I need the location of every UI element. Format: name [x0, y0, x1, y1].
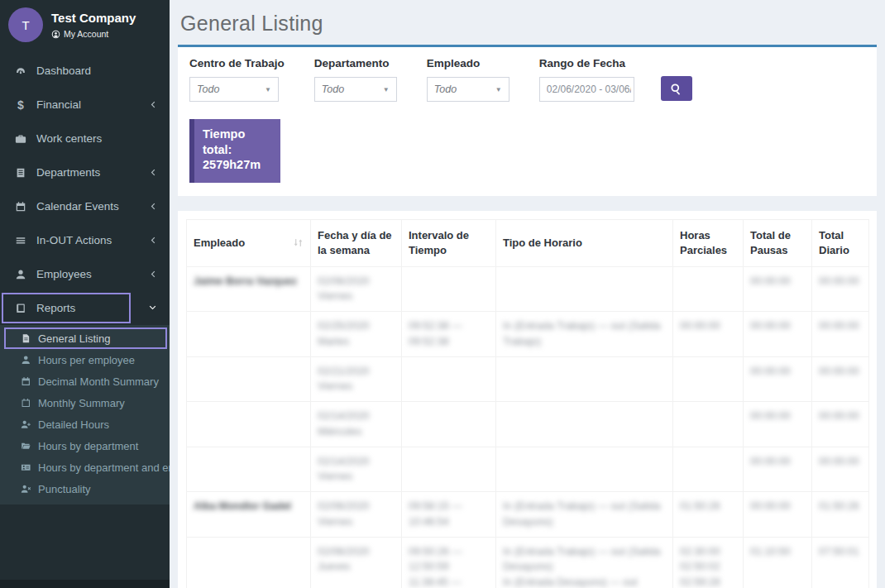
sidebar-item-label: Departments	[36, 166, 100, 179]
date-value: 02/06/2020	[318, 499, 395, 514]
partial-hours-value: 00:00:00	[680, 318, 736, 334]
employee-select[interactable]: Todo ▼	[427, 77, 509, 102]
total-daily-value: 00:00:00	[819, 318, 862, 334]
column-label: Empleado	[194, 236, 245, 251]
sidebar-item-departments[interactable]: Departments	[0, 155, 170, 189]
sidebar-subitem-label: Hours by department and employee	[38, 461, 170, 474]
sort-icon	[293, 237, 304, 248]
sidebar-item-employees[interactable]: Employees	[0, 257, 170, 291]
total-daily-cell: 00:00:00	[812, 266, 869, 312]
my-account-link[interactable]: My Account	[51, 29, 136, 39]
date-cell: 02/06/2020Viernes	[311, 266, 402, 312]
column-label: Total de Pausas	[750, 228, 805, 257]
company-name: Test Company	[51, 11, 136, 25]
sidebar-item-label: Employees	[36, 268, 92, 280]
total-daily-value: 00:00:00	[819, 364, 862, 380]
search-button[interactable]	[661, 76, 692, 101]
sidebar-item-decimal-month-summary[interactable]: Decimal Month Summary	[0, 370, 170, 392]
schedule-type-cell: In (Entrada Trabajo) — out (Salida Desay…	[496, 537, 673, 588]
sidebar-item-financial[interactable]: $Financial	[0, 88, 170, 122]
department-select[interactable]: Todo ▼	[314, 77, 397, 102]
angle-left-icon	[148, 100, 157, 109]
employee-name: Jaime Borra Vazquez	[194, 274, 304, 289]
angle-left-icon	[148, 202, 157, 211]
column-label: Intervalo de Tiempo	[409, 228, 489, 257]
briefcase-icon	[12, 133, 29, 145]
sidebar-subitem-label: Hours by department	[38, 440, 138, 452]
date-range-input[interactable]	[539, 77, 634, 102]
work-center-label: Centro de Trabajo	[189, 57, 285, 69]
column-label: Fecha y día de la semana	[318, 228, 395, 257]
work-center-select[interactable]: Todo ▼	[189, 77, 279, 102]
user-icon	[12, 269, 29, 280]
partial-hours-value: 02:50:02	[680, 559, 736, 575]
interval-value: 09:58:15 — 10:46:54	[409, 499, 489, 530]
reports-submenu: General ListingHours per employeeDecimal…	[0, 325, 170, 504]
employee-cell	[187, 447, 311, 492]
interval-value: 11:38:45 — 14:00:17	[409, 575, 489, 588]
employee-filter: Empleado Todo ▼	[427, 57, 509, 102]
sidebar-item-hours-by-department[interactable]: Hours by department	[0, 435, 170, 457]
total-daily-value: 07:50:01	[819, 544, 862, 560]
date-cell: 02/14/2020Viernes	[311, 447, 402, 492]
column-header-tipo-de-horario: Tipo de Horario	[496, 219, 673, 266]
sidebar-item-detailed-hours[interactable]: Detailed Hours	[0, 414, 170, 435]
interval-cell	[402, 266, 496, 312]
sidebar-item-label: Work centers	[36, 132, 102, 145]
department-filter: Departamento Todo ▼	[314, 57, 397, 102]
employee-value: Todo	[434, 84, 457, 95]
date-cell: 02/14/2020Miércoles	[311, 402, 402, 447]
sidebar-item-calendar-events[interactable]: Calendar Events	[0, 189, 170, 223]
sidebar-item-label: Calendar Events	[36, 200, 119, 213]
total-daily-cell: 00:00:00	[812, 402, 869, 447]
column-label: Tipo de Horario	[503, 236, 582, 251]
table-panel: EmpleadoFecha y día de la semanaInterval…	[178, 211, 877, 588]
department-label: Departamento	[314, 57, 397, 69]
total-daily-cell: 00:00:00	[812, 312, 869, 357]
total-daily-cell: 07:50:01	[812, 537, 869, 588]
total-pauses-value: 01:10:50	[750, 544, 805, 560]
employee-label: Empleado	[427, 57, 509, 69]
sidebar-item-work-centers[interactable]: Work centers	[0, 122, 170, 155]
date-range-label: Rango de Fecha	[539, 57, 634, 69]
sidebar-item-hours-per-employee[interactable]: Hours per employee	[0, 349, 170, 370]
sidebar-item-dashboard[interactable]: Dashboard	[0, 54, 170, 88]
column-header-total-diario: Total Diario	[812, 219, 869, 266]
sidebar-item-hours-by-department-and-employee[interactable]: Hours by department and employee	[0, 457, 170, 478]
table-row: Alba Mondlor Gadel02/06/2020Viernes09:58…	[187, 492, 869, 538]
table-row: 02/14/2020Miércoles00:00:0000:00:00	[187, 402, 869, 447]
sidebar-item-reports[interactable]: Reports	[0, 291, 170, 325]
sidebar-item-label: Reports	[36, 302, 75, 314]
listing-table: EmpleadoFecha y día de la semanaInterval…	[186, 219, 869, 588]
partial-hours-cell	[673, 402, 744, 447]
angle-left-icon	[148, 270, 157, 279]
my-account-label: My Account	[64, 29, 108, 39]
sidebar-item-general-listing[interactable]: General Listing	[0, 327, 170, 349]
interval-value: 09:50:26 — 12:50:59	[409, 544, 489, 576]
employee-name: Alba Mondlor Gadel	[194, 499, 304, 514]
employee-cell	[187, 402, 311, 447]
column-header-empleado[interactable]: Empleado	[187, 219, 311, 266]
total-daily-cell: 01:50:26	[812, 492, 869, 538]
table-header-row: EmpleadoFecha y día de la semanaInterval…	[187, 219, 869, 266]
weekday-value: Viernes	[318, 469, 395, 485]
sidebar-item-punctuality[interactable]: Punctuality	[0, 478, 170, 500]
total-pauses-cell: 00:00:00	[744, 312, 812, 357]
user-circle-icon	[51, 30, 60, 39]
sidebar-item-in-out-actions[interactable]: In-OUT Actions	[0, 223, 170, 257]
sidebar-item-monthly-summary[interactable]: Monthly Summary	[0, 392, 170, 414]
sidebar-subitem-label: Monthly Summary	[38, 397, 125, 409]
total-daily-value: 00:00:00	[819, 409, 862, 424]
partial-hours-cell	[673, 447, 744, 492]
user-x-icon	[19, 484, 33, 495]
column-label: Total Diario	[819, 228, 862, 257]
interval-cell: 09:58:15 — 10:46:54	[402, 492, 496, 538]
employee-cell: Alba Mondlor Gadel	[187, 492, 311, 538]
schedule-type-value: In (Entrada Trabajo) — out (Salida Desay…	[503, 499, 666, 530]
avatar[interactable]: T	[8, 7, 43, 42]
table-row: 02/14/2020Viernes00:00:0000:00:00	[187, 447, 869, 492]
sidebar: T Test Company My Account Dashboard$Fina…	[0, 0, 170, 588]
sidebar-subitem-label: Punctuality	[38, 483, 91, 495]
partial-hours-cell: 02:30:0002:50:0202:59:28	[673, 537, 744, 588]
main-content: General Listing Centro de Trabajo Todo ▼…	[170, 0, 885, 588]
